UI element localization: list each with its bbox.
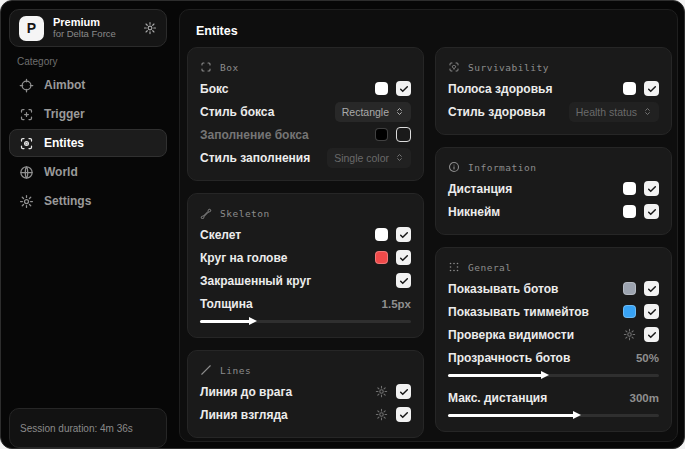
gear-icon[interactable] — [143, 21, 157, 35]
category-label: Category — [17, 56, 58, 67]
info-icon — [448, 161, 460, 173]
checkbox-checked[interactable] — [644, 304, 659, 319]
scan-frame-icon — [200, 61, 212, 73]
sidebar-item-label: Aimbot — [44, 78, 85, 92]
color-swatch[interactable] — [623, 182, 636, 195]
sidebar-item-label: World — [44, 165, 78, 179]
setting-row: Бокс — [200, 77, 411, 100]
scan-heart-icon — [448, 61, 460, 73]
slider-thumb[interactable] — [573, 411, 581, 419]
section-title: Survivability — [468, 62, 549, 73]
checkbox-checked[interactable] — [644, 181, 659, 196]
checkbox-checked[interactable] — [396, 407, 411, 422]
thickness-value: 1.5px — [382, 298, 411, 310]
checkbox-checked[interactable] — [396, 384, 411, 399]
chevrons-up-down-icon — [395, 107, 404, 116]
focus-crosshair-icon — [19, 107, 34, 122]
brand-subtitle: for Delta Force — [53, 29, 134, 40]
setting-row: Стиль бокса Rectangle — [200, 100, 411, 123]
gear-icon[interactable] — [375, 385, 388, 398]
section-title: Box — [220, 62, 239, 73]
thickness-slider[interactable] — [200, 317, 411, 326]
setting-row: Стиль заполнения Single color — [200, 146, 411, 169]
checkbox-unchecked[interactable] — [396, 127, 411, 142]
chevrons-up-down-icon — [643, 107, 652, 116]
checkbox-checked[interactable] — [644, 327, 659, 342]
gear-icon — [19, 194, 34, 209]
section-title: Lines — [220, 365, 251, 376]
color-swatch[interactable] — [375, 251, 388, 264]
general-card: General Показывать ботов Показывать тимм… — [435, 247, 672, 432]
color-swatch[interactable] — [623, 305, 636, 318]
gear-icon[interactable] — [623, 328, 636, 341]
crosshair-icon — [19, 78, 34, 93]
checkbox-checked[interactable] — [644, 81, 659, 96]
right-column: Survivability Полоса здоровья Стиль здор… — [435, 47, 672, 432]
slider-thumb[interactable] — [541, 371, 549, 379]
color-swatch[interactable] — [623, 205, 636, 218]
setting-row: Проверка видимости — [448, 323, 659, 346]
setting-row: Закрашенный круг — [200, 269, 411, 292]
information-card: Information Дистанция Никнейм — [435, 147, 672, 235]
sidebar-item-entites[interactable]: Entites — [9, 129, 167, 157]
setting-row: Линия взгляда — [200, 403, 411, 426]
setting-row: Линия до врага — [200, 380, 411, 403]
sidebar-item-aimbot[interactable]: Aimbot — [9, 71, 167, 99]
color-swatch[interactable] — [623, 82, 636, 95]
setting-row: Скелет — [200, 223, 411, 246]
setting-row: Полоса здоровья — [448, 77, 659, 100]
left-column: Box Бокс Стиль бокса Rectangle — [187, 47, 424, 438]
setting-row: Толщина 1.5px — [200, 292, 411, 315]
checkbox-checked[interactable] — [396, 250, 411, 265]
diagonal-line-icon — [200, 364, 212, 376]
box-card: Box Бокс Стиль бокса Rectangle — [187, 47, 424, 181]
lines-card: Lines Линия до врага Линия взгляда — [187, 350, 424, 438]
sidebar-item-label: Settings — [44, 194, 91, 208]
chevrons-up-down-icon — [395, 153, 404, 162]
main-panel: Entites Box Бокс — [179, 9, 678, 442]
app-logo: P — [19, 16, 44, 41]
bone-icon — [200, 207, 212, 219]
brand-title: Premium — [53, 16, 134, 29]
gear-icon[interactable] — [375, 408, 388, 421]
sidebar-nav: Aimbot Trigger Entites World Settings — [9, 71, 167, 215]
setting-row: Показывать тиммейтов — [448, 300, 659, 323]
slider-thumb[interactable] — [249, 317, 257, 325]
checkbox-checked[interactable] — [644, 281, 659, 296]
checkbox-checked[interactable] — [396, 81, 411, 96]
bot-opacity-value: 50% — [636, 352, 659, 364]
health-style-dropdown[interactable]: Health status — [569, 102, 659, 122]
setting-row: Никнейм — [448, 200, 659, 223]
sidebar-item-trigger[interactable]: Trigger — [9, 100, 167, 128]
scan-eye-icon — [19, 136, 34, 151]
box-style-dropdown[interactable]: Rectangle — [335, 102, 411, 122]
color-swatch[interactable] — [375, 128, 388, 141]
checkbox-checked[interactable] — [396, 227, 411, 242]
sidebar-item-world[interactable]: World — [9, 158, 167, 186]
section-title: General — [468, 262, 512, 273]
checkbox-checked[interactable] — [644, 204, 659, 219]
section-title: Information — [468, 162, 536, 173]
max-distance-slider[interactable] — [448, 411, 659, 420]
setting-row: Стиль здоровья Health status — [448, 100, 659, 123]
color-swatch[interactable] — [375, 82, 388, 95]
setting-row: Дистанция — [448, 177, 659, 200]
setting-row: Прозрачность ботов 50% — [448, 346, 659, 369]
session-duration-label: Session duration: 4m 36s — [20, 423, 133, 434]
setting-row: Заполнение бокса — [200, 123, 411, 146]
checkbox-checked[interactable] — [396, 273, 411, 288]
sidebar-item-label: Trigger — [44, 107, 85, 121]
setting-row: Круг на голове — [200, 246, 411, 269]
bot-opacity-slider[interactable] — [448, 371, 659, 380]
session-duration-card: Session duration: 4m 36s — [9, 408, 167, 448]
color-swatch[interactable] — [623, 282, 636, 295]
brand-card: P Premium for Delta Force — [9, 9, 167, 47]
section-title: Skeleton — [220, 208, 270, 219]
dot-grid-icon — [448, 261, 460, 273]
globe-icon — [19, 165, 34, 180]
max-distance-value: 300m — [630, 392, 659, 404]
color-swatch[interactable] — [375, 228, 388, 241]
survivability-card: Survivability Полоса здоровья Стиль здор… — [435, 47, 672, 135]
sidebar-item-settings[interactable]: Settings — [9, 187, 167, 215]
fill-style-dropdown[interactable]: Single color — [327, 148, 411, 168]
